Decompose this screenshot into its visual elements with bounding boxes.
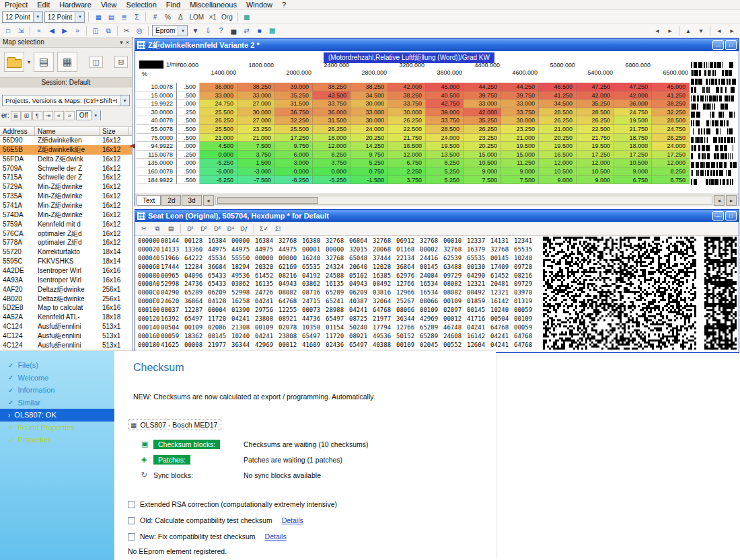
map-cell[interactable]: 25.500 — [200, 125, 237, 134]
hex-value[interactable]: 64768 — [490, 323, 514, 332]
hex-value[interactable]: 24324 — [326, 263, 349, 272]
chevron-down-icon[interactable]: ▾ — [178, 26, 187, 36]
map-cell[interactable]: 3.000 — [275, 159, 313, 167]
map-cell[interactable]: 24.750 — [614, 108, 652, 117]
map-cell[interactable]: 5.250 — [426, 176, 464, 185]
hex-value[interactable]: 02097 — [443, 306, 467, 315]
hex-value[interactable]: 36684 — [208, 263, 231, 272]
hex-row[interactable]: 0001000003712287000040139029756122550007… — [135, 306, 538, 315]
map-cell[interactable]: 36.000 — [614, 99, 652, 108]
cut-icon[interactable]: ✂ — [120, 26, 133, 36]
map-cell[interactable]: 26.250 — [464, 125, 501, 134]
funnel-icon[interactable]: ▼ — [189, 26, 201, 36]
map-list-row[interactable]: 4C124Ausfu䋌ennlini513x1 — [0, 341, 132, 350]
maximize-button[interactable]: □ — [725, 40, 737, 50]
hex-value[interactable]: 08716 — [302, 288, 326, 297]
chevron-down-icon[interactable]: ▾ — [91, 110, 100, 120]
download-icon[interactable]: ⇩ — [202, 26, 214, 36]
hex-value[interactable]: 08082 — [443, 280, 467, 288]
hex-value[interactable]: 65289 — [420, 332, 443, 341]
hex-value[interactable]: 16258 — [231, 297, 255, 306]
hex-value[interactable]: 12604 — [467, 341, 490, 350]
hex-value[interactable]: 16380 — [302, 237, 326, 245]
paste-icon[interactable]: ▤ — [165, 223, 177, 234]
map-col-header[interactable]: 00.000 — [163, 62, 198, 69]
map-cell[interactable]: 44.250 — [464, 83, 501, 91]
hex-value[interactable]: 22134 — [396, 254, 420, 263]
hex-value[interactable]: 04943 — [279, 280, 302, 288]
pane-restore-icon[interactable]: ◫ — [89, 56, 103, 68]
hex-value[interactable]: 64768 — [373, 306, 396, 315]
sidebar-item-found-properties[interactable]: ✓Found Properties — [0, 422, 114, 434]
first-map-icon[interactable]: « — [33, 26, 45, 36]
hex-value[interactable]: 08492 — [467, 288, 490, 297]
map-cell[interactable]: 5.250 — [426, 167, 464, 176]
hex-value[interactable]: 00109 — [255, 323, 279, 332]
search-icon[interactable]: ◎ — [133, 26, 145, 36]
map-cell[interactable]: 28.500 — [426, 125, 464, 134]
hex-value[interactable]: 00037 — [161, 306, 184, 315]
map-cell[interactable]: 22.500 — [577, 125, 614, 134]
map-col-header[interactable]: 6000.000 — [616, 62, 651, 69]
map-cell[interactable]: 0.000 — [275, 167, 313, 176]
hex-value[interactable]: 65497 — [349, 341, 373, 350]
hex-value[interactable]: 00012 — [443, 315, 467, 323]
hex-value[interactable]: 61452 — [490, 272, 514, 280]
hex-value[interactable]: 00000 — [255, 254, 279, 263]
map-cell[interactable]: -8.250 — [275, 176, 313, 185]
map-cell[interactable]: .500 — [177, 91, 200, 100]
hex-value[interactable]: 04241 — [349, 306, 373, 315]
map-row-header[interactable]: 10.0078 — [137, 83, 177, 91]
lom-icon[interactable]: LOM — [187, 11, 206, 22]
hex-value[interactable]: 02086 — [208, 323, 231, 332]
import-icon[interactable]: ⇲ — [15, 26, 27, 36]
map-cell[interactable]: 26.250 — [539, 116, 577, 125]
map-cell[interactable]: 17.250 — [614, 151, 652, 159]
hex-value[interactable]: 65048 — [349, 254, 373, 263]
hex-value[interactable]: 65497 — [302, 332, 326, 341]
hex-value[interactable]: 06209 — [349, 288, 373, 297]
map-cell[interactable]: 7.500 — [464, 176, 501, 185]
hex-value[interactable]: 32064 — [373, 297, 396, 306]
colors-icon[interactable]: ▩ — [241, 11, 253, 22]
map-cell[interactable]: 41.250 — [539, 91, 577, 100]
chevron-down-icon[interactable]: ▾ — [120, 39, 123, 46]
map-cell[interactable]: .000 — [177, 99, 200, 108]
hex-value[interactable]: 00000 — [279, 254, 302, 263]
map-cell[interactable]: 36.000 — [313, 108, 350, 117]
map-cell[interactable]: 7.500 — [501, 176, 539, 185]
hex-value[interactable]: 00504 — [490, 315, 514, 323]
map-cell[interactable]: 30.000 — [350, 99, 388, 108]
hex-value[interactable]: 00965 — [161, 272, 184, 280]
map-cell[interactable]: 8.250 — [652, 167, 690, 176]
original-icon[interactable]: Org — [219, 11, 235, 22]
map-cell[interactable]: 12.000 — [539, 159, 577, 167]
map-list-row[interactable]: 4A2DEIsentroper Wirl16x16 — [0, 266, 132, 276]
hex-value[interactable]: 12028 — [373, 263, 396, 272]
hexdump-grid[interactable]: 0000000014400128163840000016384327681638… — [135, 237, 538, 350]
map-list-row[interactable]: 574DAMin-Z䋌dwinke16x12 — [0, 210, 132, 220]
map-list-row[interactable]: 4C124Ausfu䋌ennlini513x1 — [0, 322, 132, 331]
hex-value[interactable]: 50240 — [349, 323, 373, 332]
filter-goto-icon[interactable]: ⇥ — [43, 111, 53, 120]
map-col-header[interactable]: 2800.000 — [352, 69, 387, 76]
map-col-header[interactable]: 2000.000 — [276, 69, 311, 76]
map-list-row[interactable]: 5741AMin-Z䋌dwinke16x12 — [0, 201, 132, 210]
map-cell[interactable]: 36.000 — [200, 83, 237, 91]
hex-row[interactable]: 0000601744412284366841829420320621696553… — [135, 263, 538, 272]
hex-value[interactable]: 51966 — [161, 254, 184, 263]
map-cell[interactable]: 44.250 — [501, 83, 539, 91]
hex-value[interactable]: 08216 — [514, 272, 538, 280]
map-cell[interactable]: 33.000 — [464, 99, 501, 108]
map-cell[interactable]: 13.500 — [426, 151, 464, 159]
hex-value[interactable]: 00504 — [161, 323, 184, 332]
map-list-row[interactable]: 56D90Z䋌dwinkelken16x12 — [0, 136, 132, 145]
menu-item-view[interactable]: View — [96, 1, 122, 9]
scrollbar-thumb[interactable] — [217, 197, 318, 204]
map-cell[interactable]: 42.000 — [577, 91, 614, 100]
hex-value[interactable]: 08492 — [373, 280, 396, 288]
hex-value[interactable]: 04128 — [208, 297, 231, 306]
tab-text[interactable]: Text — [137, 195, 161, 206]
map-cell[interactable]: 39.000 — [426, 108, 464, 117]
hex-value[interactable]: 24084 — [420, 272, 443, 280]
